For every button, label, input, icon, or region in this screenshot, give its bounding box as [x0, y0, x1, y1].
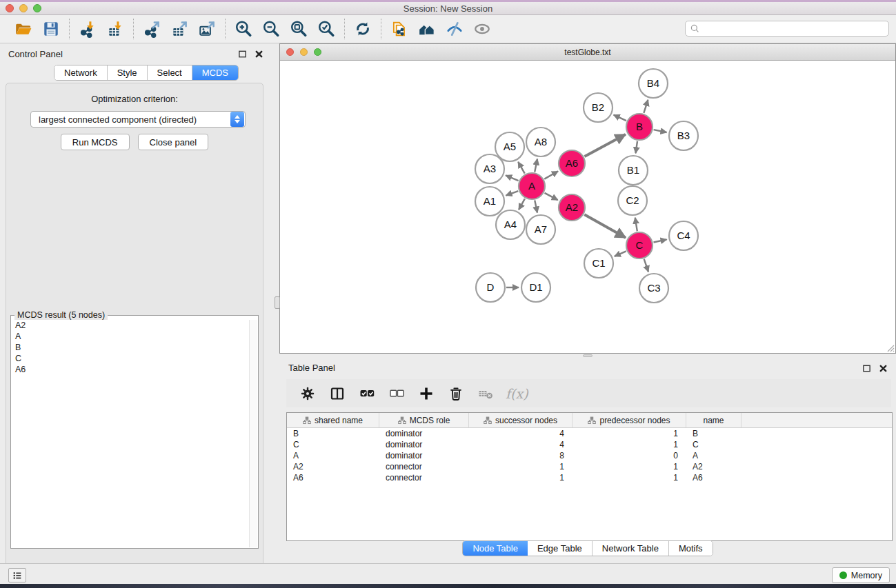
table-row[interactable]: Bdominator41B — [287, 428, 892, 439]
network-from-document-button[interactable] — [388, 18, 410, 40]
tab-edge-table[interactable]: Edge Table — [528, 541, 593, 556]
horizontal-splitter-handle[interactable] — [583, 354, 593, 357]
tab-motifs[interactable]: Motifs — [669, 541, 713, 556]
float-panel-icon[interactable] — [237, 49, 247, 59]
tab-style[interactable]: Style — [108, 65, 148, 80]
tab-mcds[interactable]: MCDS — [192, 65, 238, 80]
memory-button[interactable]: Memory — [832, 567, 890, 583]
node-B3[interactable]: B3 — [669, 121, 698, 150]
node-D[interactable]: D — [476, 273, 505, 302]
export-image-button[interactable] — [196, 18, 218, 40]
mcds-result-item[interactable]: B — [12, 342, 249, 353]
edge-C-C3[interactable] — [644, 259, 648, 272]
import-table-button[interactable] — [104, 18, 126, 40]
node-C[interactable]: C — [626, 232, 653, 258]
mcds-result-item[interactable]: A2 — [12, 320, 249, 331]
node-B[interactable]: B — [626, 114, 653, 140]
node-C1[interactable]: C1 — [584, 249, 613, 278]
open-button[interactable] — [12, 18, 34, 40]
close-panel-button[interactable]: Close panel — [138, 134, 209, 150]
mcds-result-item[interactable]: A6 — [12, 364, 249, 375]
zoom-fit-button[interactable] — [288, 18, 310, 40]
zoom-selected-button[interactable] — [315, 18, 337, 40]
edge-B-B2[interactable] — [614, 115, 626, 121]
eye-button[interactable] — [471, 18, 493, 40]
edge-A-A8[interactable] — [535, 159, 537, 172]
delete-table-button[interactable] — [476, 384, 495, 403]
table-row[interactable]: A2connector11A2 — [287, 461, 892, 472]
tab-network-table[interactable]: Network Table — [593, 541, 669, 556]
column-header-predecessor-nodes[interactable]: predecessor nodes — [573, 413, 686, 427]
edge-C-C1[interactable] — [615, 251, 626, 256]
node-A3[interactable]: A3 — [475, 154, 504, 183]
select-all-checks-button[interactable] — [357, 384, 377, 403]
split-columns-button[interactable] — [328, 384, 347, 403]
node-B1[interactable]: B1 — [619, 156, 648, 185]
tab-node-table[interactable]: Node Table — [463, 541, 528, 556]
table-row[interactable]: Adominator80A — [287, 450, 892, 461]
edge-B-B4[interactable] — [644, 100, 648, 113]
node-B2[interactable]: B2 — [584, 93, 613, 122]
edge-A6-B[interactable] — [584, 134, 625, 156]
node-B4[interactable]: B4 — [639, 69, 668, 98]
node-A8[interactable]: A8 — [526, 128, 555, 156]
column-header-MCDS-role[interactable]: MCDS role — [379, 413, 469, 427]
add-column-button[interactable] — [417, 384, 436, 403]
import-network-button[interactable] — [77, 18, 99, 40]
close-table-panel-icon[interactable] — [878, 363, 888, 373]
edge-C-C4[interactable] — [654, 239, 667, 242]
export-network-button[interactable] — [141, 18, 163, 40]
column-header-successor-nodes[interactable]: successor nodes — [469, 413, 573, 427]
column-header-shared-name[interactable]: shared name — [287, 413, 379, 427]
deselect-all-checks-button[interactable] — [387, 384, 406, 403]
refresh-button[interactable] — [352, 18, 374, 40]
search-input[interactable] — [700, 21, 888, 36]
mcds-result-item[interactable]: A — [12, 331, 249, 342]
zoom-in-button[interactable] — [232, 18, 255, 40]
save-button[interactable] — [40, 18, 62, 40]
node-A7[interactable]: A7 — [526, 215, 555, 244]
edge-A-A5[interactable] — [518, 162, 524, 174]
node-D1[interactable]: D1 — [521, 273, 550, 302]
edge-C-C2[interactable] — [635, 218, 637, 232]
table-row[interactable]: Cdominator41C — [287, 439, 892, 450]
network-canvas[interactable]: B4B2BB3A8A5A6B1A3AC2A1A2A4A7C4CC1C3DD1 — [280, 61, 895, 353]
edge-A-A1[interactable] — [506, 191, 519, 195]
edge-A-A3[interactable] — [506, 175, 518, 181]
function-builder-button[interactable]: f(x) — [506, 386, 528, 401]
delete-column-button[interactable] — [446, 384, 466, 403]
node-A2[interactable]: A2 — [559, 194, 585, 221]
column-header-name[interactable]: name — [686, 413, 741, 427]
edge-A-A2[interactable] — [545, 193, 558, 200]
node-A4[interactable]: A4 — [496, 210, 525, 239]
window-resize-grip[interactable] — [886, 343, 895, 352]
node-C3[interactable]: C3 — [639, 274, 668, 303]
search-field[interactable] — [685, 21, 889, 37]
edge-A-A4[interactable] — [519, 199, 525, 210]
export-table-button[interactable] — [168, 18, 190, 40]
hide-graphics-details-button[interactable] — [444, 18, 466, 40]
task-history-button[interactable] — [8, 568, 26, 582]
node-A6[interactable]: A6 — [559, 150, 585, 176]
edge-A2-C[interactable] — [584, 214, 626, 237]
node-A1[interactable]: A1 — [475, 187, 504, 216]
zoom-out-button[interactable] — [260, 18, 282, 40]
mcds-result-scrollbar[interactable] — [249, 320, 257, 547]
home-button[interactable] — [416, 18, 438, 40]
float-table-panel-icon[interactable] — [862, 363, 871, 373]
edge-B-B1[interactable] — [636, 141, 637, 153]
vertical-splitter-handle[interactable] — [275, 296, 280, 309]
run-mcds-button[interactable]: Run MCDS — [61, 134, 130, 150]
edge-B-B3[interactable] — [654, 130, 667, 132]
criterion-dropdown[interactable]: largest connected component (directed) — [30, 111, 246, 128]
close-panel-icon[interactable] — [254, 49, 263, 59]
tab-network[interactable]: Network — [54, 65, 108, 80]
tab-select[interactable]: Select — [148, 65, 192, 80]
node-C4[interactable]: C4 — [669, 221, 698, 250]
edge-A-A6[interactable] — [544, 171, 558, 179]
gear-button[interactable] — [298, 384, 317, 403]
table-row[interactable]: A6connector11A6 — [287, 472, 892, 483]
node-A5[interactable]: A5 — [495, 132, 524, 161]
node-C2[interactable]: C2 — [618, 186, 647, 215]
node-A[interactable]: A — [519, 173, 545, 199]
